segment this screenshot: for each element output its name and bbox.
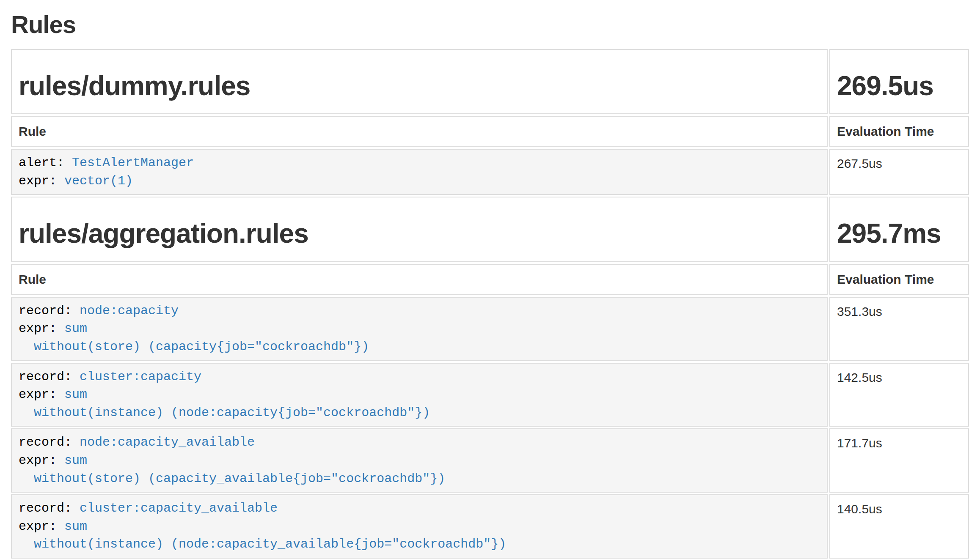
rule-group-total-eval-time: 269.5us <box>837 71 961 101</box>
group-total-time-cell: 269.5us <box>829 49 969 114</box>
rule-group-file: rules/dummy.rules <box>19 71 820 101</box>
code-label: record: <box>19 435 80 449</box>
code-label: expr: <box>19 519 64 534</box>
rule-code: record: cluster:capacity_available expr:… <box>19 499 820 554</box>
group-total-time-cell: 295.7ms <box>829 197 969 262</box>
rule-group-file: rules/aggregation.rules <box>19 219 820 248</box>
group-file-cell: rules/aggregation.rules <box>11 197 828 262</box>
rule-code: record: cluster:capacity expr: sum witho… <box>19 368 820 422</box>
rules-table: rules/dummy.rules 269.5us Rule Evaluatio… <box>9 47 971 559</box>
rule-link[interactable]: cluster:capacity_available <box>80 501 278 515</box>
column-header-evaluation-time: Evaluation Time <box>829 116 969 147</box>
rule-link[interactable]: node:capacity <box>80 304 179 318</box>
code-label: alert: <box>19 156 72 170</box>
rule-link[interactable]: without(instance) (node:capacity{job="co… <box>19 406 430 420</box>
rule-link[interactable]: vector(1) <box>64 174 133 188</box>
rule-link[interactable]: sum <box>64 453 87 468</box>
code-label: expr: <box>19 174 64 188</box>
page-title: Rules <box>11 11 971 38</box>
rule-row: record: cluster:capacity expr: sum witho… <box>11 363 969 427</box>
rule-eval-time: 171.7us <box>829 428 969 493</box>
rule-row: record: cluster:capacity_available expr:… <box>11 494 969 559</box>
rule-eval-time: 140.5us <box>829 494 969 559</box>
group-header-row: rules/aggregation.rules 295.7ms <box>11 197 969 262</box>
rule-link[interactable]: without(store) (capacity{job="cockroachd… <box>19 340 369 354</box>
rule-eval-time: 351.3us <box>829 297 969 361</box>
rule-cell: record: cluster:capacity expr: sum witho… <box>11 363 828 427</box>
column-header-row: Rule Evaluation Time <box>11 116 969 147</box>
rule-code: record: node:capacity_available expr: su… <box>19 433 820 488</box>
rule-eval-time: 142.5us <box>829 363 969 427</box>
code-label: expr: <box>19 321 64 336</box>
group-header-row: rules/dummy.rules 269.5us <box>11 49 969 114</box>
rule-link[interactable]: sum <box>64 519 87 534</box>
rule-row: record: node:capacity_available expr: su… <box>11 428 969 493</box>
rule-group: rules/dummy.rules 269.5us Rule Evaluatio… <box>11 49 969 195</box>
code-label: record: <box>19 501 80 515</box>
rule-link[interactable]: cluster:capacity <box>80 370 201 384</box>
column-header-rule: Rule <box>11 116 828 147</box>
rule-group-total-eval-time: 295.7ms <box>837 219 961 248</box>
code-label: expr: <box>19 453 64 468</box>
rule-cell: record: node:capacity expr: sum without(… <box>11 297 828 361</box>
group-file-cell: rules/dummy.rules <box>11 49 828 114</box>
code-label: record: <box>19 370 80 384</box>
code-label: record: <box>19 304 80 318</box>
rule-row: record: node:capacity expr: sum without(… <box>11 297 969 361</box>
rule-link[interactable]: sum <box>64 321 87 336</box>
rule-code: record: node:capacity expr: sum without(… <box>19 302 820 356</box>
code-label: expr: <box>19 387 64 402</box>
rule-cell: record: cluster:capacity_available expr:… <box>11 494 828 559</box>
rule-link[interactable]: sum <box>64 387 87 402</box>
rule-link[interactable]: node:capacity_available <box>80 435 255 449</box>
rule-link[interactable]: without(store) (capacity_available{job="… <box>19 471 445 486</box>
column-header-row: Rule Evaluation Time <box>11 264 969 295</box>
content-container: Rules rules/dummy.rules 269.5us Rule Eva… <box>0 11 980 559</box>
rule-link[interactable]: TestAlertManager <box>72 156 194 170</box>
column-header-evaluation-time: Evaluation Time <box>829 264 969 295</box>
rule-row: alert: TestAlertManager expr: vector(1) … <box>11 149 969 195</box>
rules-page: Rules rules/dummy.rules 269.5us Rule Eva… <box>0 0 980 559</box>
rule-eval-time: 267.5us <box>829 149 969 195</box>
rule-cell: alert: TestAlertManager expr: vector(1) <box>11 149 828 195</box>
rule-code: alert: TestAlertManager expr: vector(1) <box>19 154 820 190</box>
rule-link[interactable]: without(instance) (node:capacity_availab… <box>19 537 506 551</box>
rule-cell: record: node:capacity_available expr: su… <box>11 428 828 493</box>
rule-group: rules/aggregation.rules 295.7ms Rule Eva… <box>11 197 969 559</box>
column-header-rule: Rule <box>11 264 828 295</box>
